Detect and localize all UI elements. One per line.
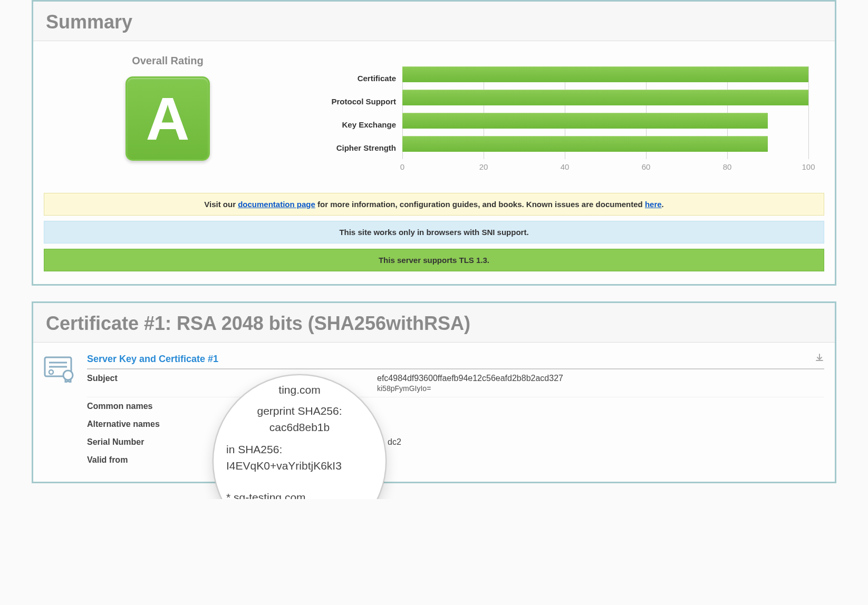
row-alt-names: Alternative names (87, 415, 824, 433)
certificate-icon (44, 355, 78, 385)
overall-rating-label: Overall Rating (44, 55, 292, 67)
documentation-link[interactable]: documentation page (238, 200, 315, 209)
overall-rating-block: Overall Rating A (44, 52, 292, 161)
server-key-title: Server Key and Certificate #1 (87, 354, 218, 365)
summary-body: Overall Rating A Certificate Protocol Su… (33, 41, 835, 284)
rating-letter: A (146, 89, 189, 149)
notice-sni: This site works only in browsers with SN… (44, 221, 824, 243)
svg-point-3 (49, 370, 53, 374)
bar-label-protocol: Protocol Support (307, 97, 402, 106)
bar-certificate (402, 66, 808, 82)
bar-cipher (402, 136, 768, 152)
row-valid-from: Valid from (87, 451, 824, 469)
summary-heading: Summary (33, 2, 835, 41)
row-subject: Subject efc4984df93600ffaefb94e12c56eafd… (87, 369, 824, 397)
notice-tls13: This server supports TLS 1.3. (44, 249, 824, 271)
bar-protocol (402, 90, 808, 105)
bar-key-exchange (402, 113, 768, 129)
certificate-heading: Certificate #1: RSA 2048 bits (SHA256wit… (33, 303, 835, 343)
summary-panel: Summary Overall Rating A Certificate Pro… (32, 0, 836, 286)
bar-label-cipher: Cipher Strength (307, 143, 402, 152)
certificate-panel: Certificate #1: RSA 2048 bits (SHA256wit… (32, 301, 836, 483)
bar-label-certificate: Certificate (307, 74, 402, 83)
rating-bar-chart: Certificate Protocol Support Key Exchang… (307, 52, 824, 177)
certificate-body: Server Key and Certificate #1 Subject ef… (33, 343, 835, 482)
download-icon[interactable] (815, 353, 824, 365)
rating-badge: A (126, 76, 210, 161)
notice-docs: Visit our documentation page for more in… (44, 193, 824, 216)
magnifier-common-name: *.sg-testing.com (226, 489, 373, 500)
svg-point-4 (63, 370, 73, 380)
chart-ticks: 0 20 40 60 80 100 (402, 162, 808, 174)
known-issues-link[interactable]: here (645, 200, 662, 209)
bar-label-key-exchange: Key Exchange (307, 120, 402, 129)
row-serial: Serial Number dc2 (87, 433, 824, 451)
row-common-names: Common names (87, 397, 824, 415)
